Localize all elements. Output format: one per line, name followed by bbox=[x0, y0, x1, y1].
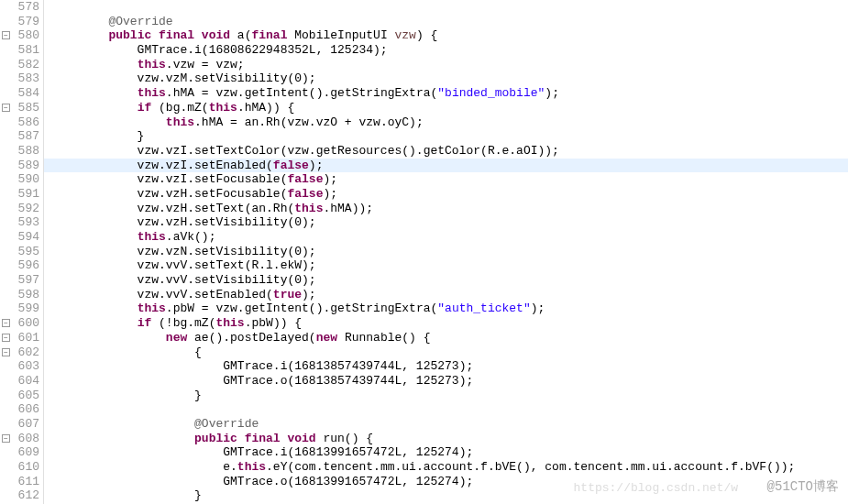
code-line[interactable]: public final void a(final MobileInputUI … bbox=[44, 28, 848, 43]
line-number: 582 bbox=[0, 58, 43, 72]
code-line[interactable]: } bbox=[44, 389, 848, 403]
code-line[interactable]: vzw.vzH.setFocusable(false); bbox=[44, 187, 848, 202]
code-line[interactable]: if (!bg.mZ(this.pbW)) { bbox=[44, 316, 848, 331]
line-number: 587 bbox=[0, 129, 43, 144]
line-number: 609 bbox=[0, 445, 43, 460]
code-line[interactable]: new ae().postDelayed(new Runnable() { bbox=[44, 331, 848, 345]
code-line[interactable]: vzw.vzH.setText(an.Rh(this.hMA)); bbox=[44, 202, 848, 216]
code-line[interactable]: this.aVk(); bbox=[44, 230, 848, 245]
code-line[interactable]: @Override bbox=[44, 417, 848, 432]
line-number: 611 bbox=[0, 475, 43, 489]
code-line[interactable]: GMTrace.i(16813857439744L, 125273); bbox=[44, 359, 848, 374]
line-number: 610 bbox=[0, 460, 43, 475]
code-area[interactable]: @Override public final void a(final Mobi… bbox=[44, 0, 848, 504]
code-line[interactable]: GMTrace.i(16808622948352L, 125234); bbox=[44, 43, 848, 58]
line-number: 584 bbox=[0, 86, 43, 101]
line-number: 598 bbox=[0, 288, 43, 302]
line-number: 583 bbox=[0, 71, 43, 86]
code-line[interactable]: GMTrace.o(16813991657472L, 125274); bbox=[44, 475, 848, 489]
code-line[interactable]: } bbox=[44, 488, 848, 503]
code-line[interactable]: public final void run() { bbox=[44, 432, 848, 446]
code-line[interactable]: this.vzw = vzw; bbox=[44, 58, 848, 72]
fold-icon[interactable]: − bbox=[2, 31, 10, 39]
fold-icon[interactable]: − bbox=[2, 104, 10, 112]
line-number: 591 bbox=[0, 187, 43, 202]
code-line[interactable]: @Override bbox=[44, 15, 848, 29]
line-number: 585− bbox=[0, 101, 43, 115]
line-number: 595 bbox=[0, 245, 43, 259]
code-line[interactable]: vzw.vvV.setVisibility(0); bbox=[44, 273, 848, 288]
code-line[interactable]: vzw.vzI.setFocusable(false); bbox=[44, 172, 848, 187]
line-number: 589 bbox=[0, 159, 43, 173]
line-number: 600− bbox=[0, 316, 43, 331]
code-line[interactable]: this.hMA = vzw.getIntent().getStringExtr… bbox=[44, 86, 848, 101]
line-number: 604 bbox=[0, 374, 43, 389]
code-line[interactable]: vzw.vvV.setText(R.l.ekW); bbox=[44, 258, 848, 273]
line-number: 581 bbox=[0, 43, 43, 58]
line-gutter: 578579580−581582583584585−58658758858959… bbox=[0, 0, 44, 504]
line-number: 579 bbox=[0, 15, 43, 29]
line-number: 608− bbox=[0, 432, 43, 446]
line-number: 597 bbox=[0, 273, 43, 288]
fold-icon[interactable]: − bbox=[2, 319, 10, 327]
fold-icon[interactable]: − bbox=[2, 348, 10, 356]
line-number: 602− bbox=[0, 345, 43, 360]
code-line[interactable]: } bbox=[44, 129, 848, 144]
code-line[interactable]: this.hMA = an.Rh(vzw.vzO + vzw.oyC); bbox=[44, 115, 848, 130]
fold-icon[interactable]: − bbox=[2, 434, 10, 443]
line-number: 586 bbox=[0, 115, 43, 130]
line-number: 590 bbox=[0, 172, 43, 187]
line-number: 599 bbox=[0, 301, 43, 316]
line-number: 612 bbox=[0, 488, 43, 503]
code-line[interactable]: if (bg.mZ(this.hMA)) { bbox=[44, 101, 848, 115]
code-line[interactable]: vzw.vzN.setVisibility(0); bbox=[44, 245, 848, 259]
code-line[interactable]: vzw.vvV.setEnabled(true); bbox=[44, 288, 848, 302]
code-line[interactable]: { bbox=[44, 345, 848, 360]
line-number: 592 bbox=[0, 202, 43, 216]
line-number: 606 bbox=[0, 402, 43, 417]
code-line[interactable]: vzw.vzM.setVisibility(0); bbox=[44, 71, 848, 86]
code-line[interactable]: e.this.eY(com.tencent.mm.ui.account.f.bV… bbox=[44, 460, 848, 475]
line-number: 596 bbox=[0, 258, 43, 273]
code-line[interactable]: vzw.vzI.setTextColor(vzw.getResources().… bbox=[44, 144, 848, 159]
code-editor[interactable]: 578579580−581582583584585−58658758858959… bbox=[0, 0, 848, 504]
line-number: 594 bbox=[0, 230, 43, 245]
line-number: 578 bbox=[0, 0, 43, 15]
line-number: 607 bbox=[0, 417, 43, 432]
code-line[interactable] bbox=[44, 402, 848, 417]
line-number: 603 bbox=[0, 359, 43, 374]
line-number: 601− bbox=[0, 331, 43, 345]
code-line[interactable]: vzw.vzI.setEnabled(false); bbox=[44, 159, 848, 173]
code-line[interactable]: GMTrace.i(16813991657472L, 125274); bbox=[44, 445, 848, 460]
code-line[interactable]: vzw.vzH.setVisibility(0); bbox=[44, 215, 848, 230]
line-number: 605 bbox=[0, 389, 43, 403]
line-number: 593 bbox=[0, 215, 43, 230]
code-line[interactable] bbox=[44, 0, 848, 15]
code-line[interactable]: this.pbW = vzw.getIntent().getStringExtr… bbox=[44, 301, 848, 316]
fold-icon[interactable]: − bbox=[2, 334, 10, 342]
code-line[interactable]: GMTrace.o(16813857439744L, 125273); bbox=[44, 374, 848, 389]
line-number: 588 bbox=[0, 144, 43, 159]
line-number: 580− bbox=[0, 28, 43, 43]
